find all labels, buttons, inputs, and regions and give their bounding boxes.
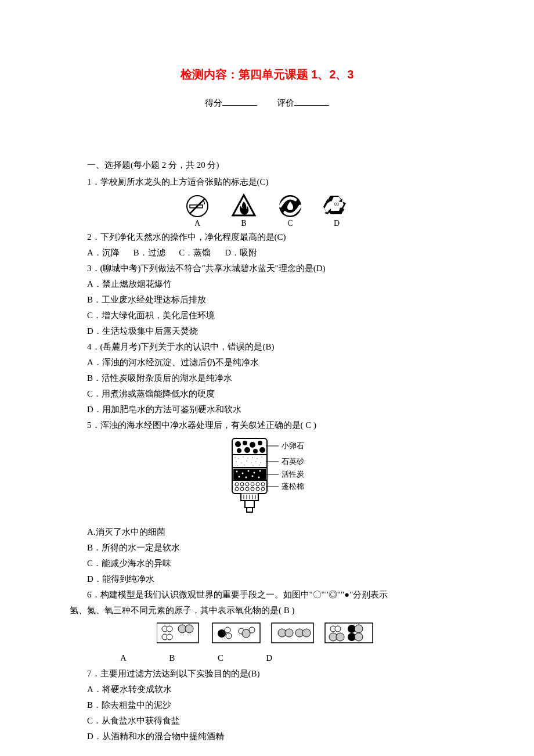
q5-opt-a: A.消灭了水中的细菌 [70, 524, 464, 540]
svg-point-10 [258, 441, 262, 445]
q7-opt-a: A．将硬水转变成软水 [70, 682, 464, 697]
eval-blank [294, 95, 329, 106]
svg-point-94 [336, 633, 344, 641]
svg-rect-35 [233, 469, 266, 480]
svg-point-12 [244, 447, 250, 453]
score-eval-row: 得分 评价 [70, 95, 464, 111]
svg-point-85 [285, 629, 293, 637]
q1-label-b: B [241, 219, 246, 228]
q1-label-d: D [334, 219, 340, 228]
q2-opt-c: C．蒸馏 [179, 248, 211, 257]
score-label: 得分 [205, 98, 222, 107]
question-6-line2: 氢、氮、氧三种不同元素的原子，其中表示氧化物的是( B ) [70, 603, 464, 618]
molecule-box-a [157, 623, 199, 643]
svg-point-79 [226, 633, 232, 639]
svg-point-9 [250, 442, 255, 448]
q6-label-c: C [189, 650, 235, 666]
svg-point-78 [225, 627, 230, 633]
q6-label-a: A [92, 650, 138, 666]
q4-opt-d: D．用加肥皂水的方法可鉴别硬水和软水 [70, 402, 464, 417]
q6-option-labels: A B C D [70, 650, 464, 666]
water-filter-diagram: 小卵石 石英砂 活性炭 蓬松棉 [70, 435, 464, 522]
score-blank [222, 95, 257, 106]
svg-point-41 [239, 476, 240, 478]
svg-point-75 [185, 625, 193, 633]
q4-opt-a: A．浑浊的河水经沉淀、过滤后仍不是纯净水 [70, 355, 464, 370]
filter-layer-2: 石英砂 [282, 457, 304, 466]
question-2: 2．下列净化天然水的操作中，净化程度最高的是(C) [70, 229, 464, 245]
q3-opt-b: B．工业废水经处理达标后排放 [70, 292, 464, 308]
svg-point-73 [167, 634, 172, 640]
question-5: 5．浑浊的海水经图中净水器处理后，有关叙述正确的是( C ) [70, 417, 464, 433]
q2-opt-d: D．吸附 [225, 248, 257, 257]
q7-opt-c: C．从食盐水中获得食盐 [70, 713, 464, 729]
svg-point-92 [355, 625, 363, 633]
svg-rect-63 [245, 501, 254, 507]
q3-opt-c: C．增大绿化面积，美化居住环境 [70, 308, 464, 323]
svg-point-42 [246, 477, 247, 478]
q5-opt-c: C．能减少海水的异味 [70, 556, 464, 571]
q4-opt-c: C．用煮沸或蒸馏能降低水的硬度 [70, 386, 464, 402]
q5-opt-b: B．所得的水一定是软水 [70, 540, 464, 556]
svg-point-38 [248, 470, 250, 472]
flammable-icon: B [233, 195, 255, 228]
q6-molecule-diagram [70, 622, 464, 649]
svg-point-40 [259, 470, 261, 472]
svg-point-44 [258, 477, 260, 478]
q2-options: A．沉降 B．过滤 C．蒸馏 D．吸附 [70, 245, 464, 261]
question-3: 3．(聊城中考)下列做法不符合"共享水城碧水蓝天"理念的是(D) [70, 261, 464, 276]
molecule-box-c [272, 623, 313, 643]
q3-opt-d: D．生活垃圾集中后露天焚烧 [70, 323, 464, 339]
svg-point-11 [237, 448, 241, 453]
svg-point-14 [259, 447, 265, 453]
molecule-box-b [212, 623, 260, 643]
svg-point-7 [235, 441, 241, 447]
q2-opt-b: B．过滤 [134, 248, 165, 257]
recycle-icon: 03 D [323, 196, 346, 228]
svg-text:03: 03 [334, 202, 339, 206]
molecule-box-d [325, 623, 373, 643]
svg-point-13 [253, 449, 258, 453]
q6-label-d: D [237, 650, 284, 666]
filter-layer-3: 活性炭 [282, 470, 304, 478]
question-4: 4．(岳麓月考)下列关于水的认识中，错误的是(B) [70, 339, 464, 355]
page-title: 检测内容：第四单元课题 1、2、3 [70, 64, 464, 85]
filter-layer-1: 小卵石 [282, 441, 304, 450]
svg-point-36 [236, 471, 238, 473]
filter-layer-4: 蓬松棉 [282, 482, 304, 491]
question-6-line1: 6．构建模型是我们认识微观世界的重要手段之一。如图中"〇""◎""●"分别表示 [70, 587, 464, 603]
svg-point-43 [252, 476, 254, 477]
q3-opt-a: A．禁止燃放烟花爆竹 [70, 276, 464, 292]
svg-point-82 [249, 627, 255, 633]
svg-point-96 [355, 633, 363, 641]
q7-opt-b: B．除去粗盐中的泥沙 [70, 697, 464, 713]
question-7: 7．主要用过滤方法达到以下实验目的的是(B) [70, 666, 464, 682]
no-smoking-icon: A [187, 196, 208, 228]
eval-label: 评价 [277, 98, 294, 107]
q4-opt-b: B．活性炭吸附杂质后的湖水是纯净水 [70, 370, 464, 386]
q7-opt-d: D．从酒精和水的混合物中提纯酒精 [70, 729, 464, 744]
svg-point-39 [254, 472, 255, 474]
svg-point-90 [335, 626, 341, 632]
water-save-icon: C [279, 195, 301, 228]
section-1-head: 一、选择题(每小题 2 分，共 20 分) [70, 157, 464, 173]
svg-rect-16 [233, 456, 266, 467]
q5-opt-d: D．能得到纯净水 [70, 571, 464, 587]
question-1: 1．学校厕所水龙头的上方适合张贴的标志是(C) [70, 174, 464, 190]
q1-label-c: C [287, 219, 293, 228]
svg-point-71 [167, 626, 172, 632]
q1-icon-row: A B C 03 D [70, 193, 464, 228]
svg-point-8 [243, 441, 247, 445]
svg-rect-64 [247, 507, 252, 512]
svg-point-87 [302, 629, 311, 637]
q2-opt-a: A．沉降 [87, 248, 120, 257]
q6-label-b: B [140, 650, 186, 666]
q1-label-a: A [194, 219, 201, 228]
svg-point-37 [242, 473, 244, 474]
